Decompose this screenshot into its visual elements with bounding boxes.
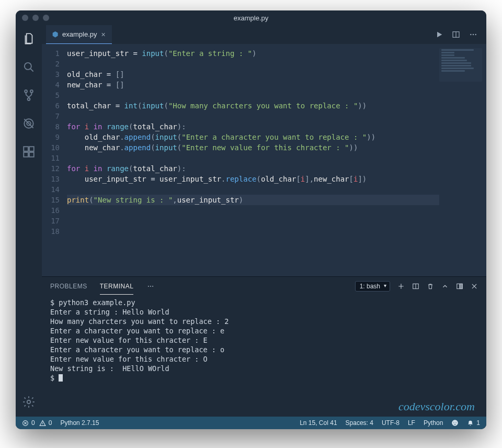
svg-point-0 xyxy=(25,63,31,70)
svg-rect-8 xyxy=(24,152,28,157)
svg-rect-20 xyxy=(460,284,462,288)
bottom-panel: PROBLEMS TERMINAL 1: bash xyxy=(42,276,486,417)
svg-point-16 xyxy=(150,286,151,287)
svg-point-23 xyxy=(454,422,455,423)
code-editor[interactable]: 123456789101112131415161718 user_input_s… xyxy=(42,44,486,276)
python-file-icon: ⬢ xyxy=(52,30,58,38)
tab-filename: example.py xyxy=(62,30,97,38)
code-content[interactable]: user_input_str = input("Enter a string :… xyxy=(67,44,486,276)
close-panel-icon[interactable] xyxy=(471,283,478,290)
svg-rect-7 xyxy=(29,147,34,151)
status-warnings[interactable]: 0 xyxy=(39,419,52,427)
maximize-window-button[interactable] xyxy=(43,15,49,21)
split-terminal-icon[interactable] xyxy=(412,283,419,290)
status-eol[interactable]: LF xyxy=(408,419,415,427)
status-language[interactable]: Python xyxy=(424,419,443,427)
status-errors[interactable]: 0 xyxy=(22,419,35,427)
line-number-gutter: 123456789101112131415161718 xyxy=(42,44,67,276)
panel-more-icon[interactable] xyxy=(146,283,155,290)
debug-icon[interactable] xyxy=(21,116,36,131)
svg-point-24 xyxy=(456,422,457,423)
extensions-icon[interactable] xyxy=(21,144,36,159)
terminal-selector[interactable]: 1: bash xyxy=(355,281,390,292)
more-actions-icon[interactable] xyxy=(469,30,478,39)
svg-point-12 xyxy=(470,34,471,35)
status-encoding[interactable]: UTF-8 xyxy=(382,419,400,427)
status-python-version[interactable]: Python 2.7.15 xyxy=(60,419,99,427)
svg-point-3 xyxy=(28,98,30,100)
close-window-button[interactable] xyxy=(22,15,28,21)
tab-example-py[interactable]: ⬢ example.py × xyxy=(46,25,112,44)
titlebar: example.py xyxy=(16,10,486,25)
run-icon[interactable] xyxy=(435,30,443,39)
panel-tab-problems[interactable]: PROBLEMS xyxy=(50,278,87,294)
close-tab-icon[interactable]: × xyxy=(101,30,105,39)
split-editor-icon[interactable] xyxy=(452,30,460,39)
maximize-panel-icon[interactable] xyxy=(456,283,463,290)
status-feedback-icon[interactable] xyxy=(451,419,459,427)
new-terminal-icon[interactable] xyxy=(397,283,405,290)
editor-column: ⬢ example.py × xyxy=(42,25,486,417)
vscode-window: example.py xyxy=(16,10,486,429)
panel-chevron-up-icon[interactable] xyxy=(441,283,449,290)
panel-tabs: PROBLEMS TERMINAL 1: bash xyxy=(42,277,486,296)
search-icon[interactable] xyxy=(21,60,36,74)
activity-bar xyxy=(16,25,42,417)
watermark-text: codevscolor.com xyxy=(398,400,475,413)
panel-tab-terminal[interactable]: TERMINAL xyxy=(100,278,134,295)
traffic-lights xyxy=(22,15,49,21)
status-notifications[interactable]: 1 xyxy=(467,419,480,427)
svg-point-15 xyxy=(148,286,149,287)
status-bar: 0 0 Python 2.7.15 Ln 15, Col 41 Spaces: … xyxy=(16,417,486,429)
svg-point-1 xyxy=(25,90,27,93)
explorer-icon[interactable] xyxy=(21,31,36,46)
main-area: ⬢ example.py × xyxy=(16,25,486,417)
svg-point-13 xyxy=(473,34,474,35)
source-control-icon[interactable] xyxy=(21,88,36,103)
svg-point-14 xyxy=(475,34,476,35)
minimap[interactable] xyxy=(439,48,482,82)
window-title: example.py xyxy=(16,14,486,22)
svg-rect-6 xyxy=(24,147,28,151)
kill-terminal-icon[interactable] xyxy=(427,283,434,290)
settings-gear-icon[interactable] xyxy=(21,395,36,409)
minimize-window-button[interactable] xyxy=(32,15,39,21)
svg-point-10 xyxy=(27,400,31,404)
svg-point-2 xyxy=(30,90,33,93)
status-cursor-position[interactable]: Ln 15, Col 41 xyxy=(300,419,337,427)
svg-rect-9 xyxy=(29,152,34,157)
editor-actions xyxy=(435,25,486,44)
terminal-output[interactable]: $ python3 example.pyEnter a string : Hel… xyxy=(42,296,486,417)
svg-point-22 xyxy=(452,420,458,426)
svg-point-17 xyxy=(152,286,153,287)
editor-tabs: ⬢ example.py × xyxy=(42,25,486,44)
status-indentation[interactable]: Spaces: 4 xyxy=(346,419,373,427)
